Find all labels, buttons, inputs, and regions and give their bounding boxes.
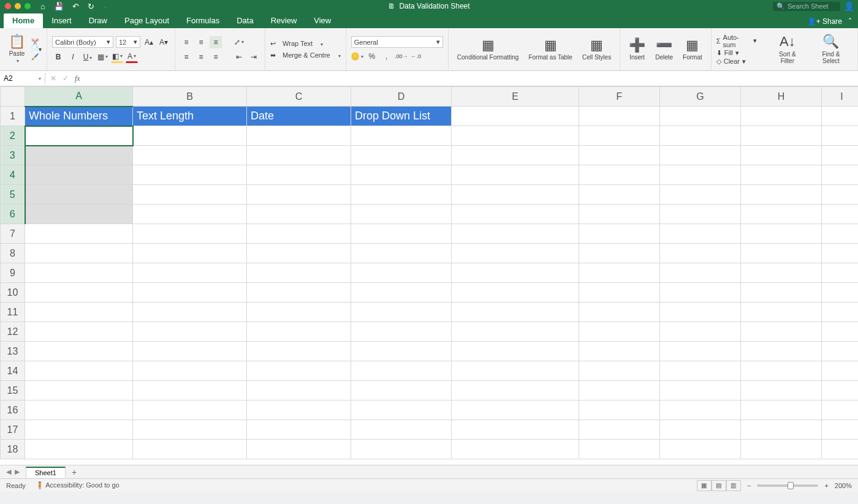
autosum-button[interactable]: Σ Auto-sum ▾: [716, 34, 757, 48]
cell-H12[interactable]: [741, 322, 822, 342]
tab-view[interactable]: View: [305, 13, 340, 28]
cell-I5[interactable]: [822, 185, 859, 205]
column-header-B[interactable]: B: [133, 87, 247, 107]
cell-F5[interactable]: [579, 185, 660, 205]
cell-A3[interactable]: [25, 146, 133, 165]
cell-G17[interactable]: [660, 420, 741, 440]
cell-F10[interactable]: [579, 283, 660, 303]
column-header-C[interactable]: C: [247, 87, 351, 107]
row-header-14[interactable]: 14: [1, 361, 25, 381]
cell-D2[interactable]: [351, 126, 452, 146]
row-header-18[interactable]: 18: [1, 440, 25, 459]
cell-C13[interactable]: [247, 342, 351, 361]
italic-button[interactable]: I: [67, 51, 79, 63]
paste-button[interactable]: 📋 Paste: [5, 33, 29, 66]
cell-F15[interactable]: [579, 381, 660, 401]
cell-E6[interactable]: [452, 205, 579, 224]
cell-G11[interactable]: [660, 303, 741, 322]
currency-button[interactable]: 🪙: [351, 50, 363, 62]
page-break-view-button[interactable]: ▥: [726, 480, 741, 491]
zoom-slider[interactable]: [757, 484, 818, 487]
minimize-window-icon[interactable]: [15, 3, 21, 9]
column-header-G[interactable]: G: [660, 87, 741, 107]
cell-B14[interactable]: [133, 361, 247, 381]
tab-draw[interactable]: Draw: [80, 13, 116, 28]
column-header-H[interactable]: H: [741, 87, 822, 107]
column-header-A[interactable]: A: [25, 87, 133, 107]
cell-F4[interactable]: [579, 165, 660, 185]
select-all-corner[interactable]: [1, 87, 25, 107]
cell-I1[interactable]: [822, 107, 859, 126]
font-size-select[interactable]: 12▾: [116, 36, 140, 48]
formula-input[interactable]: [85, 77, 858, 80]
tab-data[interactable]: Data: [228, 13, 262, 28]
fill-button[interactable]: ⬇ Fill ▾: [716, 49, 757, 57]
cell-H4[interactable]: [741, 165, 822, 185]
cell-D15[interactable]: [351, 381, 452, 401]
cell-A16[interactable]: [25, 401, 133, 420]
cell-I16[interactable]: [822, 401, 859, 420]
align-center-button[interactable]: ≡: [195, 51, 207, 63]
format-as-table-button[interactable]: ▦Format as Table: [525, 37, 576, 62]
cell-C16[interactable]: [247, 401, 351, 420]
cell-D17[interactable]: [351, 420, 452, 440]
cell-E18[interactable]: [452, 440, 579, 459]
cell-I2[interactable]: [822, 126, 859, 146]
cell-G2[interactable]: [660, 126, 741, 146]
copy-button[interactable]: 📄▾: [31, 46, 42, 53]
cell-F12[interactable]: [579, 322, 660, 342]
redo-icon[interactable]: ↻: [88, 2, 94, 11]
column-header-I[interactable]: I: [822, 87, 859, 107]
cell-A10[interactable]: [25, 283, 133, 303]
cell-E8[interactable]: [452, 244, 579, 263]
cell-D9[interactable]: [351, 263, 452, 283]
cell-C12[interactable]: [247, 322, 351, 342]
column-header-F[interactable]: F: [579, 87, 660, 107]
cell-H7[interactable]: [741, 224, 822, 244]
cell-E2[interactable]: [452, 126, 579, 146]
tab-formulas[interactable]: Formulas: [178, 13, 228, 28]
cell-G16[interactable]: [660, 401, 741, 420]
cell-A1[interactable]: Whole Numbers: [25, 107, 133, 126]
cell-H9[interactable]: [741, 263, 822, 283]
cell-D7[interactable]: [351, 224, 452, 244]
cell-I18[interactable]: [822, 440, 859, 459]
maximize-window-icon[interactable]: [25, 3, 31, 9]
cell-F1[interactable]: [579, 107, 660, 126]
decrease-font-button[interactable]: A▾: [158, 36, 170, 48]
cell-A4[interactable]: [25, 165, 133, 185]
cell-E5[interactable]: [452, 185, 579, 205]
row-header-7[interactable]: 7: [1, 224, 25, 244]
format-cells-button[interactable]: ▦Format: [679, 37, 706, 62]
cell-G8[interactable]: [660, 244, 741, 263]
page-layout-view-button[interactable]: ▤: [712, 480, 726, 491]
insert-cells-button[interactable]: ➕Insert: [625, 37, 649, 62]
cell-D8[interactable]: [351, 244, 452, 263]
cell-B7[interactable]: [133, 224, 247, 244]
cell-C15[interactable]: [247, 381, 351, 401]
undo-icon[interactable]: ↶: [72, 2, 79, 11]
underline-button[interactable]: U: [82, 51, 94, 63]
cell-G10[interactable]: [660, 283, 741, 303]
cell-B1[interactable]: Text Length: [133, 107, 247, 126]
zoom-out-button[interactable]: −: [747, 482, 751, 489]
cell-I7[interactable]: [822, 224, 859, 244]
cell-C10[interactable]: [247, 283, 351, 303]
cell-D18[interactable]: [351, 440, 452, 459]
cell-D3[interactable]: [351, 146, 452, 165]
accessibility-status[interactable]: 🧍 Accessibility: Good to go: [36, 481, 120, 489]
add-sheet-button[interactable]: +: [66, 466, 83, 478]
cell-H17[interactable]: [741, 420, 822, 440]
delete-cells-button[interactable]: ➖Delete: [651, 37, 677, 62]
cell-F17[interactable]: [579, 420, 660, 440]
row-header-3[interactable]: 3: [1, 146, 25, 165]
cell-I14[interactable]: [822, 361, 859, 381]
cell-H1[interactable]: [741, 107, 822, 126]
cell-C5[interactable]: [247, 185, 351, 205]
cell-C9[interactable]: [247, 263, 351, 283]
row-header-4[interactable]: 4: [1, 165, 25, 185]
cell-D10[interactable]: [351, 283, 452, 303]
cell-B15[interactable]: [133, 381, 247, 401]
cell-H5[interactable]: [741, 185, 822, 205]
cell-E15[interactable]: [452, 381, 579, 401]
